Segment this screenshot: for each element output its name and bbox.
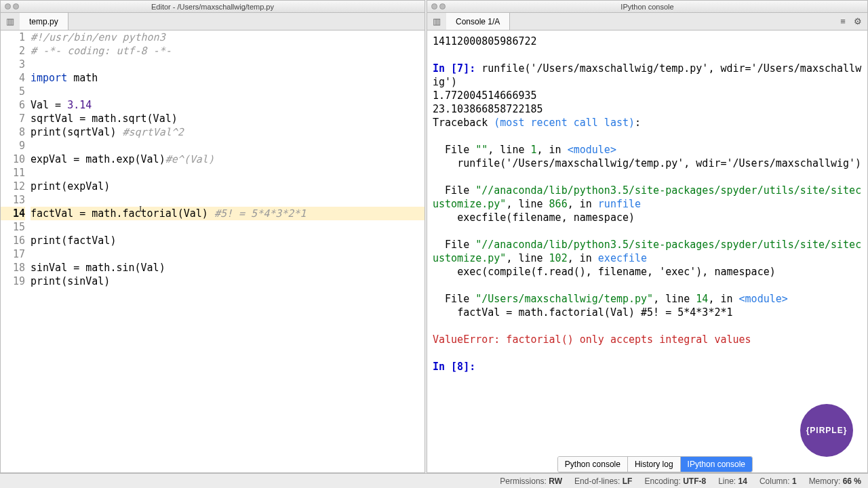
status-column: Column: 1 [760, 476, 797, 486]
editor-tab[interactable]: temp.py [20, 13, 68, 30]
window-close-icon[interactable] [431, 3, 437, 9]
kernel-icon[interactable]: ▥ [427, 13, 446, 30]
window-min-icon[interactable] [439, 3, 446, 9]
line-gutter: 12345678910111213141516171819 [1, 30, 29, 472]
window-min-icon[interactable] [13, 3, 19, 9]
status-permissions: Permissions: RW [500, 476, 562, 486]
options-icon[interactable]: ≡ [836, 15, 850, 28]
console-titlebar: IPython console [427, 1, 867, 13]
editor-titlebar: Editor - /Users/maxschallwig/temp.py [1, 1, 425, 13]
window-close-icon[interactable] [5, 3, 11, 9]
console-tab[interactable]: Console 1/A [446, 13, 510, 30]
console-output[interactable]: 14112000805986722 In [7]: runfile('/User… [427, 30, 867, 472]
status-line: Line: 14 [718, 476, 747, 486]
status-eol: End-of-lines: LF [574, 476, 632, 486]
code-area[interactable]: 12345678910111213141516171819 #!/usr/bin… [1, 30, 425, 472]
editor-pane: Editor - /Users/maxschallwig/temp.py ▥ t… [0, 0, 425, 473]
console-title: IPython console [427, 3, 867, 11]
bottom-tabs: Python consoleHistory logIPython console [557, 456, 753, 472]
status-bar: Permissions: RW End-of-lines: LF Encodin… [0, 473, 868, 488]
editor-tabbar: ▥ temp.py [1, 13, 425, 30]
code-body[interactable]: #!/usr/bin/env python3# -*- coding: utf-… [29, 30, 425, 472]
bottom-tab-history-log[interactable]: History log [628, 457, 681, 472]
console-pane: IPython console ▥ Console 1/A ≡ ⚙ 141120… [427, 0, 868, 473]
bottom-tab-python-console[interactable]: Python console [558, 457, 628, 472]
file-icon[interactable]: ▥ [1, 13, 20, 30]
status-memory: Memory: 66 % [809, 476, 861, 486]
gear-icon[interactable]: ⚙ [851, 15, 865, 28]
bottom-tab-ipython-console[interactable]: IPython console [681, 457, 752, 472]
console-tabbar: ▥ Console 1/A ≡ ⚙ [427, 13, 867, 30]
pirple-badge: {PIRPLE} [800, 404, 853, 457]
status-encoding: Encoding: UTF-8 [644, 476, 706, 486]
editor-title: Editor - /Users/maxschallwig/temp.py [1, 3, 425, 11]
